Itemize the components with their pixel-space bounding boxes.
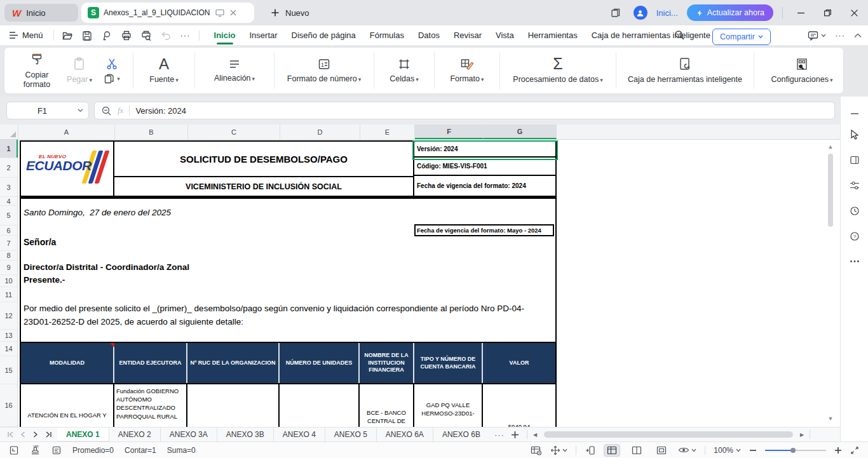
close-window-icon[interactable] bbox=[845, 4, 863, 22]
sheet-tab-anexo-3b[interactable]: ANEXO 3B bbox=[217, 428, 273, 441]
code-cell[interactable]: Código: MIES-VIS-F001 bbox=[414, 158, 555, 176]
share-button[interactable]: Compartir bbox=[712, 29, 771, 45]
sheet-tab-anexo-5[interactable]: ANEXO 5 bbox=[325, 428, 376, 441]
cell-cuenta[interactable]: GAD PQ VALLE HERMOSO-23D01- bbox=[414, 384, 483, 427]
row-header-2[interactable]: 2 bbox=[0, 158, 17, 178]
name-box[interactable]: F1 bbox=[6, 102, 89, 119]
cells-menu[interactable]: Celdas▾ bbox=[381, 50, 428, 91]
horizontal-scrollbar-thumb[interactable] bbox=[544, 431, 793, 438]
sheet-tab-anexo-4[interactable]: ANEXO 4 bbox=[273, 428, 325, 441]
home-tab[interactable]: W Inicio bbox=[4, 4, 78, 22]
close-tab-icon[interactable] bbox=[229, 9, 237, 17]
zoom-slider-knob[interactable] bbox=[790, 448, 796, 453]
export-icon[interactable] bbox=[100, 29, 114, 43]
scroll-down-icon[interactable]: ▼ bbox=[826, 414, 835, 423]
row-header-13[interactable]: 13 bbox=[0, 330, 17, 342]
row-header-16[interactable]: 16 bbox=[0, 384, 17, 427]
menu-item-insertar[interactable]: Insertar bbox=[242, 27, 284, 44]
more-quick-icons[interactable]: ··· bbox=[179, 29, 193, 43]
minimize-icon[interactable] bbox=[792, 4, 810, 22]
zoom-level[interactable]: 100% bbox=[714, 446, 741, 455]
menu-item-f-rmulas[interactable]: Fórmulas bbox=[363, 27, 411, 44]
more-sidebar-icon[interactable] bbox=[848, 254, 862, 268]
horizontal-scrollbar[interactable] bbox=[543, 431, 797, 438]
windows-stack-icon[interactable] bbox=[607, 4, 625, 22]
fullscreen-icon[interactable] bbox=[850, 446, 859, 455]
cursor-select-icon[interactable] bbox=[848, 128, 862, 142]
device-preview-icon[interactable] bbox=[585, 445, 595, 455]
menu-item-dise-o-de-p-gina[interactable]: Diseño de página bbox=[285, 27, 363, 44]
cell-mode-icon[interactable] bbox=[9, 445, 19, 455]
alignment-menu[interactable]: Alineación▾ bbox=[201, 50, 268, 91]
zoom-out-icon[interactable] bbox=[749, 447, 757, 454]
comment-icon[interactable] bbox=[808, 30, 826, 41]
help-icon[interactable]: ? bbox=[848, 229, 862, 243]
vertical-scrollbar[interactable]: ▲ ▼ bbox=[826, 142, 835, 426]
copy-icon[interactable]: ▾ bbox=[104, 73, 120, 84]
reading-mode-icon[interactable] bbox=[678, 446, 696, 454]
menu-item-revisar[interactable]: Revisar bbox=[447, 27, 489, 44]
scroll-up-icon[interactable]: ▲ bbox=[826, 142, 835, 151]
collapse-panel-icon[interactable] bbox=[848, 107, 862, 121]
cell-ruc[interactable] bbox=[187, 384, 280, 427]
save-icon[interactable] bbox=[80, 29, 94, 43]
column-header-d[interactable]: D bbox=[280, 125, 360, 139]
table-data-row[interactable]: ATENCIÓN EN EL HOGAR Y Fundación GOBIERN… bbox=[21, 384, 555, 427]
zoom-in-icon[interactable] bbox=[834, 447, 842, 454]
copy-format-button[interactable]: Copiar formato bbox=[12, 50, 62, 91]
monitor-icon[interactable] bbox=[215, 8, 225, 18]
column-header-c[interactable]: C bbox=[188, 125, 280, 139]
row-header-6[interactable]: 6 bbox=[0, 226, 17, 236]
font-menu[interactable]: A Fuente▾ bbox=[140, 50, 188, 91]
cell-unidades[interactable] bbox=[280, 384, 360, 427]
cut-icon[interactable] bbox=[105, 57, 118, 70]
more-sheets-icon[interactable]: ··· bbox=[494, 430, 505, 440]
document-tab[interactable]: S Anexos_1_al_9_LIQUIDACIONE bbox=[81, 3, 254, 23]
row-header-7[interactable]: 7 bbox=[0, 236, 17, 251]
zoom-slider[interactable] bbox=[765, 447, 826, 454]
cell-entidad[interactable]: Fundación GOBIERNO AUTÓNOMO DESCENTRALIZ… bbox=[114, 384, 187, 427]
account-avatar[interactable] bbox=[634, 6, 648, 20]
data-processing-menu[interactable]: Σ Procesamiento de datos▾ bbox=[506, 50, 609, 91]
move-tool-icon[interactable] bbox=[550, 445, 567, 455]
add-sheet-icon[interactable] bbox=[511, 431, 519, 439]
column-header-e[interactable]: E bbox=[360, 125, 415, 139]
row-header-3[interactable]: 3 bbox=[0, 178, 17, 197]
new-tab-button[interactable]: Nuevo bbox=[266, 4, 315, 22]
row-header-14[interactable]: 14 bbox=[0, 342, 17, 356]
select-all-corner[interactable] bbox=[0, 125, 18, 139]
normal-view-button[interactable] bbox=[604, 444, 620, 457]
tune-sliders-icon[interactable] bbox=[848, 178, 862, 192]
row-header-10[interactable]: 10 bbox=[0, 275, 17, 287]
print-icon[interactable] bbox=[119, 29, 133, 43]
number-format-menu[interactable]: 1 Formato de número▾ bbox=[281, 50, 367, 91]
version-cell[interactable]: Versión: 2024 bbox=[414, 142, 555, 158]
open-folder-icon[interactable] bbox=[60, 29, 74, 43]
row-header-9[interactable]: 9 bbox=[0, 260, 17, 275]
restore-icon[interactable] bbox=[818, 4, 836, 22]
collapse-ribbon-icon[interactable] bbox=[854, 33, 862, 38]
stamp-icon[interactable]: VBP bbox=[30, 445, 41, 455]
search-icon[interactable] bbox=[674, 29, 685, 41]
next-sheet-icon[interactable] bbox=[31, 429, 41, 440]
hscroll-left-icon[interactable]: ◀ bbox=[530, 432, 540, 438]
column-header-a[interactable]: A bbox=[18, 125, 115, 139]
hscroll-right-icon[interactable]: ▶ bbox=[797, 432, 807, 438]
sheet-tab-anexo-6b[interactable]: ANEXO 6B bbox=[433, 428, 489, 441]
cell-institucion[interactable]: BCE - BANCO CENTRAL DE bbox=[360, 384, 414, 427]
column-header-g[interactable]: G bbox=[484, 125, 557, 139]
page-break-view-button[interactable] bbox=[653, 444, 670, 457]
prev-sheet-icon[interactable] bbox=[18, 429, 28, 440]
column-header-f[interactable]: F bbox=[415, 125, 484, 139]
panel-tools-icon[interactable] bbox=[848, 153, 862, 167]
row-header-12[interactable]: 12 bbox=[0, 302, 17, 330]
settings-menu[interactable]: Configuraciones▾ bbox=[761, 50, 843, 91]
sheet-tab-anexo-6a[interactable]: ANEXO 6A bbox=[376, 428, 433, 441]
menu-item-herramientas[interactable]: Herramientas bbox=[521, 27, 585, 44]
row-header-8[interactable]: 8 bbox=[0, 251, 17, 260]
row-header-4[interactable]: 4 bbox=[0, 197, 17, 206]
formula-input[interactable]: fx Versión: 2024 bbox=[94, 102, 835, 119]
row-header-1[interactable]: 1 bbox=[0, 140, 17, 158]
vertical-scrollbar-thumb[interactable] bbox=[828, 154, 833, 227]
cell-modalidad[interactable]: ATENCIÓN EN EL HOGAR Y bbox=[21, 384, 114, 427]
